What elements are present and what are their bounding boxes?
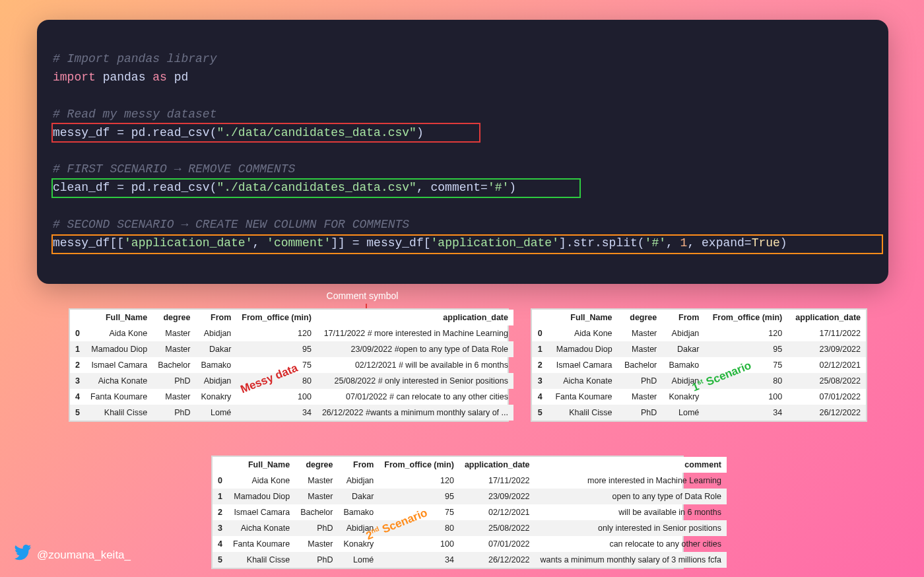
table-cell: Lomé — [338, 552, 379, 568]
table-row: 2Ismael CamaraBachelorBamako7502/12/2021 — [532, 357, 866, 373]
table-row: 0Aida KoneMasterAbidjan12017/11/2022 — [532, 325, 866, 341]
code-comment: # SECOND SCENARIO → CREATE NEW COLUMN FO… — [53, 218, 409, 231]
table-cell: 5 — [213, 552, 228, 568]
table-cell: 26/12/2022 — [787, 405, 866, 421]
table-cell: 34 — [379, 552, 459, 568]
table-cell: 120 — [704, 325, 787, 341]
table-row: 3Aicha KonatePhDAbidjan8025/08/2022 # on… — [70, 373, 513, 389]
table-cell: 1 — [532, 341, 548, 357]
table-cell: Bamako — [338, 504, 379, 520]
table-header: application_date — [787, 310, 866, 325]
table-cell: Aicha Konate — [548, 373, 618, 389]
string-literal: "./data/candidates_data.csv" — [216, 181, 416, 194]
table-cell: Master — [152, 325, 195, 341]
table-cell: 25/08/2022 — [459, 520, 535, 536]
table-cell: Master — [295, 473, 338, 489]
table-cell: Fanta Koumare — [85, 389, 152, 405]
first-scenario-table: Full_NamedegreeFromFrom_office (min)appl… — [531, 308, 867, 422]
table-cell: 95 — [704, 341, 787, 357]
table-cell: 23/09/2022 — [787, 341, 866, 357]
table-header: Full_Name — [228, 457, 295, 473]
twitter-handle-text: @zoumana_keita_ — [37, 549, 131, 562]
table-cell: Master — [152, 341, 195, 357]
table-cell: Bamako — [195, 357, 236, 373]
table-cell: 0 — [213, 473, 228, 489]
table-cell: 34 — [236, 405, 317, 421]
table-row: 3Aicha KonatePhDAbidjan8025/08/2022 — [532, 373, 866, 389]
table-cell: more interested in Machine Learning — [535, 473, 727, 489]
table-cell: 100 — [379, 536, 459, 552]
table-cell: 4 — [213, 536, 228, 552]
table-cell: 0 — [70, 325, 85, 341]
table-row: 4Fanta KoumareMasterKonakry10007/01/2022… — [70, 389, 513, 405]
table-cell: 75 — [704, 357, 787, 373]
table-cell: Fanta Koumare — [548, 389, 618, 405]
table-cell: 17/11/2022 — [787, 325, 866, 341]
table-cell: Konakry — [662, 389, 704, 405]
table-cell: Master — [295, 489, 338, 504]
table-cell: Dakar — [662, 341, 704, 357]
table-cell: only interested in Senior positions — [535, 520, 727, 536]
table-cell: will be available in 6 months — [535, 504, 727, 520]
table-row: 3Aicha KonatePhDAbidjan8025/08/2022only … — [213, 520, 727, 536]
code-text: clean_df = pd.read_csv( — [53, 181, 216, 194]
table-cell: 2 — [532, 357, 548, 373]
table-cell: 02/12/2021 # will be available in 6 mont… — [317, 357, 513, 373]
code-text: , comment= — [416, 181, 488, 194]
table-row: 1Mamadou DiopMasterDakar9523/09/2022 #op… — [70, 341, 513, 357]
string-literal: '#' — [645, 236, 666, 250]
table-cell: open to any type of Data Role — [535, 489, 727, 504]
table-cell: Ismael Camara — [548, 357, 618, 373]
table-row: 0Aida KoneMasterAbidjan12017/11/2022more… — [213, 473, 727, 489]
table-cell: 100 — [704, 389, 787, 405]
table-row: 2Ismael CamaraBachelorBamako7502/12/2021… — [213, 504, 727, 520]
string-literal: "./data/candidates_data.csv" — [216, 126, 416, 139]
table-cell: 23/09/2022 — [459, 489, 535, 504]
table-header: degree — [618, 310, 663, 325]
table-header: From_office (min) — [236, 310, 317, 325]
table-cell: Konakry — [338, 536, 379, 552]
table-cell: Abidjan — [338, 520, 379, 536]
table-header: comment — [535, 457, 727, 473]
table-header — [532, 310, 548, 325]
table-cell: 4 — [532, 389, 548, 405]
code-text: messy_df = pd.read_csv( — [53, 126, 216, 139]
table-row: 4Fanta KoumareMasterKonakry10007/01/2022 — [532, 389, 866, 405]
table-cell: Master — [618, 389, 663, 405]
second-scenario-table: Full_NamedegreeFromFrom_office (min)appl… — [211, 456, 684, 569]
string-literal: 'comment' — [267, 236, 331, 250]
table-header: application_date — [317, 310, 513, 325]
code-comment: # Import pandas library — [53, 52, 216, 65]
table-cell: Aicha Konate — [228, 520, 295, 536]
table-cell: Master — [618, 325, 663, 341]
table-cell: 3 — [213, 520, 228, 536]
table-cell: 1 — [213, 489, 228, 504]
table-row: 5Khalil CissePhDLomé3426/12/2022 #wants … — [70, 405, 513, 421]
table-cell: Bachelor — [152, 357, 195, 373]
table-cell: Abidjan — [662, 373, 704, 389]
table-cell: Aida Kone — [548, 325, 618, 341]
code-text: messy_df[[ — [53, 236, 124, 250]
table-row: 5Khalil CissePhDLomé3426/12/2022 — [532, 405, 866, 421]
table-cell: wants a minimum monthly salary of 3 mill… — [535, 552, 727, 568]
table-header: From — [662, 310, 704, 325]
table-cell: 3 — [70, 373, 85, 389]
table-cell: Bamako — [662, 357, 704, 373]
table-row: 4Fanta KoumareMasterKonakry10007/01/2022… — [213, 536, 727, 552]
table-cell: 4 — [70, 389, 85, 405]
table-header — [213, 457, 228, 473]
table-cell: Dakar — [195, 341, 236, 357]
table-cell: Aida Kone — [228, 473, 295, 489]
table-row: 0Aida KoneMasterAbidjan12017/11/2022 # m… — [70, 325, 513, 341]
table-cell: Bachelor — [295, 504, 338, 520]
table-cell: 1 — [70, 341, 85, 357]
table-cell: PhD — [295, 520, 338, 536]
table-cell: Abidjan — [195, 373, 236, 389]
code-comment: # FIRST SCENARIO → REMOVE COMMENTS — [53, 162, 295, 176]
table-cell: 80 — [379, 520, 459, 536]
table-cell: Fanta Koumare — [228, 536, 295, 552]
table-cell: 3 — [532, 373, 548, 389]
number-literal: 1 — [680, 236, 688, 250]
table-cell: Lomé — [662, 405, 704, 421]
table-cell: 120 — [236, 325, 317, 341]
